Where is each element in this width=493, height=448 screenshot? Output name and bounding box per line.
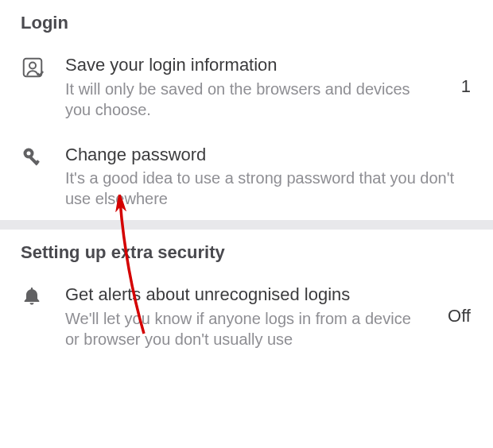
change-password-title: Change password bbox=[65, 144, 464, 166]
extra-security-section-header: Setting up extra security bbox=[0, 230, 493, 271]
save-login-info-item[interactable]: Save your login information It will only… bbox=[0, 41, 493, 131]
save-login-text: Save your login information It will only… bbox=[65, 54, 433, 120]
alerts-value: Off bbox=[433, 306, 472, 326]
bell-icon bbox=[21, 284, 65, 311]
section-divider bbox=[0, 220, 493, 230]
key-icon bbox=[21, 144, 65, 172]
save-login-value: 1 bbox=[433, 76, 472, 97]
save-login-title: Save your login information bbox=[65, 54, 425, 76]
change-password-desc: It's a good idea to use a strong passwor… bbox=[65, 168, 464, 209]
svg-point-1 bbox=[29, 63, 36, 69]
change-password-item[interactable]: Change password It's a good idea to use … bbox=[0, 131, 493, 221]
change-password-text: Change password It's a good idea to use … bbox=[65, 144, 472, 210]
login-section-header: Login bbox=[0, 0, 493, 41]
alerts-desc: We'll let you know if anyone logs in fro… bbox=[65, 308, 425, 350]
alerts-text: Get alerts about unrecognised logins We'… bbox=[65, 284, 433, 350]
person-badge-icon bbox=[21, 54, 65, 83]
unrecognised-logins-item[interactable]: Get alerts about unrecognised logins We'… bbox=[0, 271, 493, 361]
svg-point-3 bbox=[27, 151, 31, 155]
save-login-desc: It will only be saved on the browsers an… bbox=[65, 79, 425, 120]
alerts-title: Get alerts about unrecognised logins bbox=[65, 284, 425, 306]
